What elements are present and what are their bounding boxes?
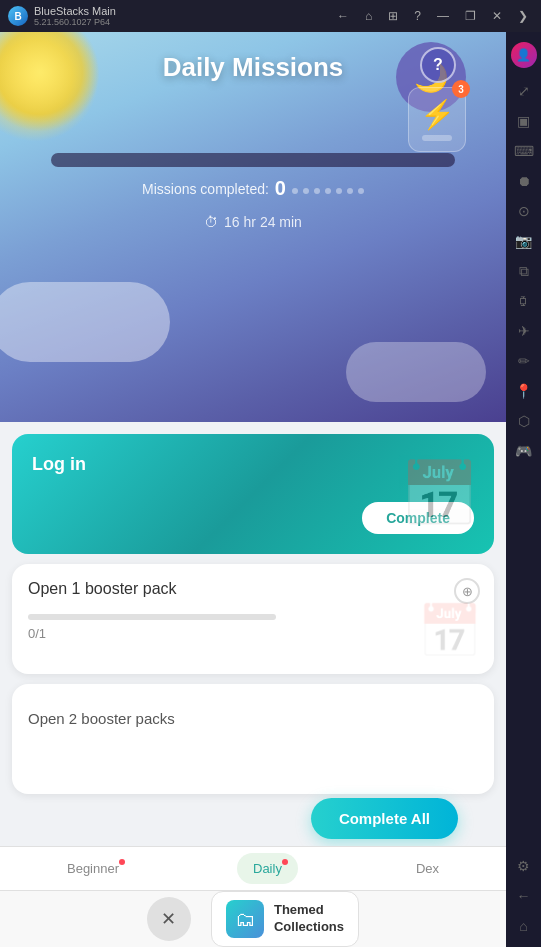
- daily-missions-banner: 🌙 ? 3 ⚡ Daily Missions Missions: [0, 32, 506, 422]
- reward-badge: 3 ⚡: [408, 87, 466, 152]
- settings-sidebar-icon[interactable]: ⚙: [513, 855, 535, 877]
- title-bar: B BlueStacks Main 5.21.560.1027 P64 ← ⌂ …: [0, 0, 541, 32]
- minimize-btn[interactable]: —: [432, 7, 454, 25]
- tab-beginner-label: Beginner: [67, 861, 119, 876]
- home-btn[interactable]: ⌂: [360, 7, 377, 25]
- booster2-mission-title-partial: Open 2 booster packs: [28, 700, 478, 731]
- tabs-btn[interactable]: ⊞: [383, 7, 403, 25]
- expand-btn[interactable]: ❯: [513, 7, 533, 25]
- layout-sidebar-icon[interactable]: ▣: [513, 110, 535, 132]
- screen-sidebar-icon[interactable]: ⧉: [513, 260, 535, 282]
- restore-btn[interactable]: ❐: [460, 7, 481, 25]
- tab-daily-label: Daily: [253, 861, 282, 876]
- timer-section: ⏱ 16 hr 24 min: [204, 214, 302, 230]
- progress-section: Missions completed: 0: [51, 153, 456, 200]
- home-sidebar-icon[interactable]: ⌂: [513, 915, 535, 937]
- airplane-sidebar-icon[interactable]: ✈: [513, 320, 535, 342]
- complete-all-button[interactable]: Complete All: [311, 798, 458, 839]
- themed-collections-label: ThemedCollections: [274, 902, 344, 936]
- missions-completed-row: Missions completed: 0: [51, 177, 456, 200]
- record-sidebar-icon[interactable]: ⏺: [513, 170, 535, 192]
- daily-tab-dot: [282, 859, 288, 865]
- user-avatar[interactable]: 👤: [511, 42, 537, 68]
- tab-daily[interactable]: Daily: [237, 853, 298, 884]
- keyboard-sidebar-icon[interactable]: ⌨: [513, 140, 535, 162]
- help-button[interactable]: ?: [420, 47, 456, 83]
- dot-2: [303, 188, 309, 194]
- right-sidebar: 👤 ⤢ ▣ ⌨ ⏺ ⊙ 📷 ⧉ ⧮ ✈ ✏ 📍 ⬡ 🎮 ⚙ ← ⌂: [506, 32, 541, 947]
- themed-collections-button[interactable]: 🗂 ThemedCollections: [211, 891, 359, 947]
- beginner-tab-dot: [119, 859, 125, 865]
- app-version: 5.21.560.1027 P64: [34, 17, 116, 27]
- bottom-action-bar: ✕ 🗂 ThemedCollections: [0, 890, 506, 947]
- back-btn[interactable]: ←: [332, 7, 354, 25]
- reward-bar: [422, 135, 452, 141]
- bottom-tabs: Beginner Daily Dex: [0, 846, 506, 890]
- pencil-sidebar-icon[interactable]: ✏: [513, 350, 535, 372]
- booster1-progress-text: 0/1: [28, 626, 478, 641]
- layers-sidebar-icon[interactable]: ⧮: [513, 290, 535, 312]
- close-circle-button[interactable]: ✕: [147, 897, 191, 941]
- expand-sidebar-icon[interactable]: ⤢: [513, 80, 535, 102]
- cloud-left: [0, 282, 170, 362]
- tab-dex[interactable]: Dex: [400, 853, 455, 884]
- app-title: BlueStacks Main: [34, 5, 116, 17]
- tab-dex-label: Dex: [416, 861, 439, 876]
- game-area: 🌙 ? 3 ⚡ Daily Missions Missions: [0, 32, 506, 947]
- cloud-right: [346, 342, 486, 402]
- booster1-progress-bar-bg: [28, 614, 276, 620]
- sun-decoration: [0, 32, 100, 132]
- missions-area: Log in 📅 Complete ⊕ Open 1 booster pack …: [0, 422, 506, 846]
- close-btn[interactable]: ✕: [487, 7, 507, 25]
- booster1-card-deco: 📅: [417, 601, 482, 662]
- window-controls: ← ⌂ ⊞ ? — ❐ ✕ ❯: [332, 7, 533, 25]
- main-container: 🌙 ? 3 ⚡ Daily Missions Missions: [0, 32, 541, 947]
- missions-label: Missions completed:: [142, 181, 269, 197]
- missions-count: 0: [275, 177, 286, 200]
- booster1-mission-title: Open 1 booster pack: [28, 580, 478, 598]
- reward-pokemon-icon: ⚡: [420, 98, 455, 131]
- timer-icon: ⏱: [204, 214, 218, 230]
- dot-5: [336, 188, 342, 194]
- dot-7: [358, 188, 364, 194]
- themed-icon-glyph: 🗂: [235, 908, 255, 931]
- help-btn-titlebar[interactable]: ?: [409, 7, 426, 25]
- reward-count: 3: [452, 80, 470, 98]
- back-arrow-sidebar-icon[interactable]: ←: [513, 885, 535, 907]
- close-circle-icon: ✕: [161, 908, 176, 930]
- dot-1: [292, 188, 298, 194]
- app-logo: B: [8, 6, 28, 26]
- camera-sidebar-icon[interactable]: 📷: [513, 230, 535, 252]
- login-mission-card: Log in 📅 Complete: [12, 434, 494, 554]
- progress-dots: [292, 188, 364, 194]
- dot-4: [325, 188, 331, 194]
- dot-3: [314, 188, 320, 194]
- gamepad-sidebar-icon[interactable]: 🎮: [513, 440, 535, 462]
- dot-6: [347, 188, 353, 194]
- cube-sidebar-icon[interactable]: ⬡: [513, 410, 535, 432]
- timer-text: 16 hr 24 min: [224, 214, 302, 230]
- sidebar-avatar-area: 👤: [511, 42, 537, 68]
- main-progress-bar-bg: [51, 153, 456, 167]
- map-sidebar-icon[interactable]: 📍: [513, 380, 535, 402]
- themed-icon: 🗂: [226, 900, 264, 938]
- banner-title: Daily Missions: [163, 52, 344, 83]
- tab-beginner[interactable]: Beginner: [51, 853, 135, 884]
- booster2-mission-card-partial: Open 2 booster packs: [12, 684, 494, 794]
- locate-sidebar-icon[interactable]: ⊙: [513, 200, 535, 222]
- login-card-deco-icon: 📅: [399, 457, 479, 532]
- booster1-mission-card: ⊕ Open 1 booster pack 📅 0/1: [12, 564, 494, 674]
- app-title-group: BlueStacks Main 5.21.560.1027 P64: [34, 5, 116, 27]
